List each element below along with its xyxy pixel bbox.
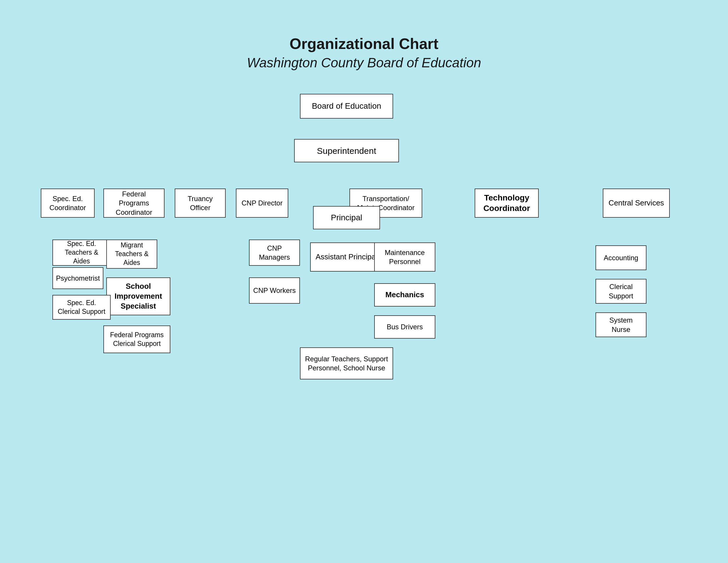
accounting-box: Accounting <box>596 245 646 270</box>
maintenance-box: Maintenance Personnel <box>374 242 435 271</box>
truancy-officer-box: Truancy Officer <box>175 188 226 218</box>
assistant-principal-box: Assistant Principal <box>310 242 383 271</box>
principal-box: Principal <box>313 206 380 229</box>
board-box: Board of Education <box>300 94 393 119</box>
cnp-workers-box: CNP Workers <box>249 277 300 304</box>
page-container: Organizational Chart Washington County B… <box>0 0 728 563</box>
system-nurse-box: System Nurse <box>596 313 646 337</box>
central-services-box: Central Services <box>603 188 670 218</box>
mechanics-box: Mechanics <box>374 283 435 307</box>
chart-subtitle: Washington County Board of Education <box>247 55 481 70</box>
spec-ed-coord-box: Spec. Ed. Coordinator <box>41 188 95 218</box>
spec-ed-clerical-box: Spec. Ed. Clerical Support <box>52 295 111 320</box>
regular-teachers-box: Regular Teachers, Support Personnel, Sch… <box>300 347 393 380</box>
chart-title: Organizational Chart <box>247 35 481 52</box>
school-improvement-box: School Improvement Specialist <box>106 277 170 315</box>
psychometrist-box: Psychometrist <box>52 267 103 289</box>
technology-coord-box: Technology Coordinator <box>475 188 539 218</box>
bus-drivers-box: Bus Drivers <box>374 315 435 339</box>
federal-programs-clerical-box: Federal Programs Clerical Support <box>103 326 170 353</box>
spec-ed-teachers-box: Spec. Ed. Teachers & Aides <box>52 239 111 266</box>
header: Organizational Chart Washington County B… <box>247 35 481 70</box>
clerical-support-box: Clerical Support <box>596 279 646 304</box>
superintendent-box: Superintendent <box>294 139 399 162</box>
cnp-managers-box: CNP Managers <box>249 239 300 266</box>
federal-programs-coord-box: Federal Programs Coordinator <box>103 188 165 218</box>
migrant-teachers-box: Migrant Teachers & Aides <box>106 239 157 269</box>
cnp-director-box: CNP Director <box>236 188 288 218</box>
